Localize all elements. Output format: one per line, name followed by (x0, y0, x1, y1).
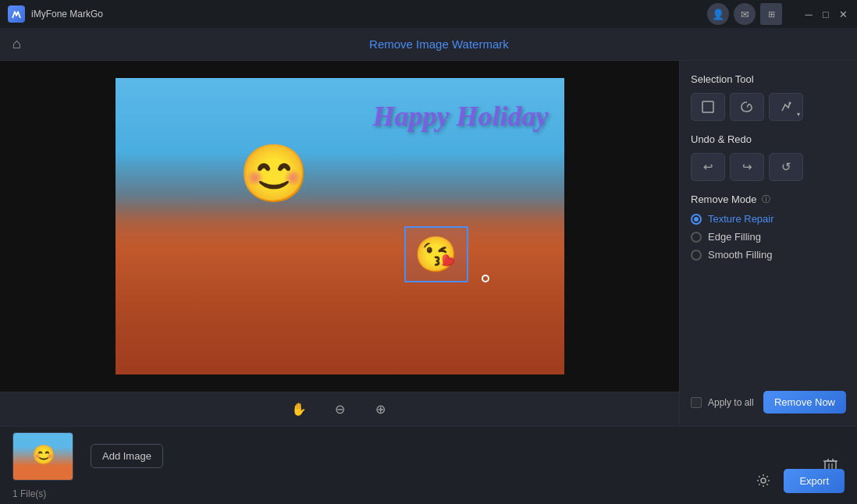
pen-dropdown-icon: ▾ (797, 111, 800, 118)
svg-point-1 (789, 102, 791, 105)
file-count-label: 1 File(s) (12, 488, 46, 499)
remove-mode-title: Remove Mode (691, 193, 757, 205)
edge-filling-option[interactable]: Edge Filling (691, 231, 846, 243)
reset-button[interactable]: ↺ (769, 153, 803, 181)
smooth-filling-radio[interactable] (691, 250, 702, 261)
undo-redo-buttons: ↩ ↪ ↺ (691, 153, 846, 181)
emoji-in-selection: 😘 (414, 234, 457, 275)
home-button[interactable]: ⌂ (12, 36, 21, 52)
photo-background: Happy Holiday 😊 😘 (116, 78, 564, 374)
minimize-button[interactable]: ─ (802, 8, 815, 20)
settings-icon (756, 473, 771, 488)
texture-repair-radio[interactable] (691, 214, 702, 225)
close-button[interactable]: ✕ (837, 8, 849, 20)
redo-icon: ↪ (742, 160, 752, 174)
texture-repair-option[interactable]: Texture Repair (691, 213, 846, 225)
remove-now-button[interactable]: Remove Now (763, 391, 846, 413)
smooth-filling-label: Smooth Filling (708, 249, 772, 261)
zoom-out-icon: ⊖ (335, 402, 345, 417)
panel-bottom-controls: Apply to all Remove Now (691, 391, 846, 413)
undo-button[interactable]: ↩ (691, 153, 725, 181)
thumbnail-emoji: 😊 (32, 444, 55, 466)
canvas-area: Happy Holiday 😊 😘 ✋ ⊖ (0, 61, 679, 426)
profile-button[interactable]: 👤 (707, 3, 729, 25)
svg-point-8 (761, 478, 766, 483)
watermark-text: Happy Holiday (373, 100, 549, 133)
zoom-in-icon: ⊕ (375, 402, 386, 417)
app-title: iMyFone MarkGo (31, 9, 103, 20)
settings-button[interactable] (751, 468, 776, 493)
right-panel: Selection Tool ▾ (679, 61, 857, 426)
undo-icon: ↩ (703, 160, 713, 174)
apply-all-label: Apply to all (708, 397, 757, 408)
titlebar-controls: 👤 ✉ ⊞ ─ □ ✕ (707, 3, 849, 25)
pen-select-button[interactable]: ▾ (769, 93, 803, 121)
edge-filling-radio[interactable] (691, 232, 702, 243)
selection-tool-buttons: ▾ (691, 93, 846, 121)
titlebar: iMyFone MarkGo 👤 ✉ ⊞ ─ □ ✕ (0, 0, 857, 28)
apply-all-checkbox[interactable] (691, 397, 702, 408)
remove-mode-help-icon[interactable]: ⓘ (762, 193, 770, 205)
panel-spacer (691, 279, 846, 378)
thumbnail-item[interactable]: 😊 (12, 432, 73, 481)
bottom-bar: 😊 1 File(s) Add Image Export (0, 426, 857, 504)
undo-redo-section: Undo & Redo ↩ ↪ ↺ (691, 133, 846, 181)
pan-tool-button[interactable]: ✋ (286, 397, 311, 422)
zoom-out-button[interactable]: ⊖ (327, 397, 352, 422)
lasso-select-button[interactable] (730, 93, 764, 121)
maximize-button[interactable]: □ (820, 8, 832, 20)
redo-button[interactable]: ↪ (730, 153, 764, 181)
remove-mode-section: Remove Mode ⓘ Texture Repair Edge Fillin… (691, 193, 846, 267)
export-button[interactable]: Export (784, 469, 845, 493)
person-silhouette (116, 152, 564, 374)
main-content: Happy Holiday 😊 😘 ✋ ⊖ (0, 61, 857, 426)
page-title: Remove Image Watermark (34, 37, 845, 51)
smooth-filling-option[interactable]: Smooth Filling (691, 249, 846, 261)
zoom-in-button[interactable]: ⊕ (368, 397, 393, 422)
app-header: ⌂ Remove Image Watermark (0, 28, 857, 61)
pen-select-icon (779, 100, 793, 114)
add-image-button[interactable]: Add Image (91, 444, 163, 468)
rect-select-icon (701, 100, 715, 114)
grid-button[interactable]: ⊞ (760, 3, 782, 25)
lasso-select-icon (740, 100, 754, 114)
canvas-viewport[interactable]: Happy Holiday 😊 😘 (0, 61, 679, 392)
emoji-selection-box[interactable]: 😘 (404, 226, 468, 282)
mail-button[interactable]: ✉ (734, 3, 756, 25)
selection-tool-title: Selection Tool (691, 73, 846, 85)
pan-icon: ✋ (291, 402, 307, 417)
svg-rect-0 (702, 101, 713, 112)
selection-tool-section: Selection Tool ▾ (691, 73, 846, 121)
canvas-background: Happy Holiday 😊 😘 (116, 78, 564, 374)
edge-filling-label: Edge Filling (708, 231, 761, 243)
rect-select-button[interactable] (691, 93, 725, 121)
canvas-toolbar: ✋ ⊖ ⊕ (0, 392, 679, 426)
remove-mode-title-row: Remove Mode ⓘ (691, 193, 846, 205)
app-logo (8, 5, 25, 23)
emoji-face-large: 😊 (239, 140, 309, 207)
undo-redo-title: Undo & Redo (691, 133, 846, 145)
reset-icon: ↺ (781, 160, 791, 174)
image-container: Happy Holiday 😊 😘 (116, 78, 564, 374)
texture-repair-label: Texture Repair (708, 213, 774, 225)
